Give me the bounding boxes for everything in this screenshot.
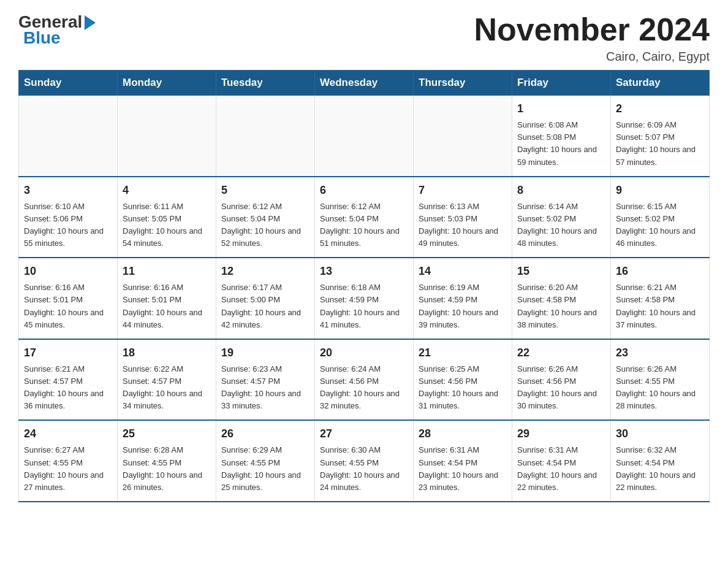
day-number: 28	[419, 426, 507, 442]
day-info: Sunrise: 6:15 AM Sunset: 5:02 PM Dayligh…	[616, 201, 704, 250]
page-header: General Blue November 2024 Cairo, Cairo,…	[18, 12, 710, 64]
calendar-cell: 2Sunrise: 6:09 AM Sunset: 5:07 PM Daylig…	[611, 96, 710, 177]
title-block: November 2024 Cairo, Cairo, Egypt	[474, 12, 710, 64]
calendar-cell: 13Sunrise: 6:18 AM Sunset: 4:59 PM Dayli…	[315, 258, 414, 339]
day-number: 27	[320, 426, 408, 442]
day-info: Sunrise: 6:23 AM Sunset: 4:57 PM Dayligh…	[221, 363, 309, 413]
calendar-cell: 23Sunrise: 6:26 AM Sunset: 4:55 PM Dayli…	[611, 339, 710, 421]
day-info: Sunrise: 6:14 AM Sunset: 5:02 PM Dayligh…	[517, 201, 605, 250]
calendar-cell	[216, 96, 315, 177]
day-number: 8	[517, 182, 605, 199]
calendar-cell: 10Sunrise: 6:16 AM Sunset: 5:01 PM Dayli…	[19, 258, 118, 339]
logo-arrow-icon	[85, 15, 96, 30]
calendar-week-row: 1Sunrise: 6:08 AM Sunset: 5:08 PM Daylig…	[19, 96, 710, 177]
day-number: 18	[123, 345, 211, 361]
weekday-header-wednesday: Wednesday	[315, 71, 414, 96]
calendar-cell: 9Sunrise: 6:15 AM Sunset: 5:02 PM Daylig…	[611, 177, 710, 258]
weekday-header-sunday: Sunday	[19, 71, 118, 96]
calendar-cell: 3Sunrise: 6:10 AM Sunset: 5:06 PM Daylig…	[19, 177, 118, 258]
day-number: 24	[24, 426, 112, 442]
day-info: Sunrise: 6:31 AM Sunset: 4:54 PM Dayligh…	[517, 444, 605, 494]
calendar-cell: 15Sunrise: 6:20 AM Sunset: 4:58 PM Dayli…	[512, 258, 611, 339]
logo: General Blue	[18, 12, 96, 48]
day-number: 22	[517, 345, 605, 361]
day-info: Sunrise: 6:16 AM Sunset: 5:01 PM Dayligh…	[24, 282, 112, 331]
day-number: 9	[616, 182, 704, 199]
calendar-cell: 26Sunrise: 6:29 AM Sunset: 4:55 PM Dayli…	[216, 420, 315, 502]
calendar-cell: 6Sunrise: 6:12 AM Sunset: 5:04 PM Daylig…	[315, 177, 414, 258]
calendar-cell: 25Sunrise: 6:28 AM Sunset: 4:55 PM Dayli…	[118, 420, 216, 502]
day-info: Sunrise: 6:12 AM Sunset: 5:04 PM Dayligh…	[320, 201, 408, 250]
day-info: Sunrise: 6:19 AM Sunset: 4:59 PM Dayligh…	[419, 282, 507, 331]
day-number: 7	[419, 182, 507, 199]
day-info: Sunrise: 6:11 AM Sunset: 5:05 PM Dayligh…	[123, 201, 211, 250]
day-info: Sunrise: 6:28 AM Sunset: 4:55 PM Dayligh…	[123, 444, 211, 494]
calendar-cell: 29Sunrise: 6:31 AM Sunset: 4:54 PM Dayli…	[512, 420, 611, 502]
day-info: Sunrise: 6:10 AM Sunset: 5:06 PM Dayligh…	[24, 201, 112, 250]
calendar-week-row: 10Sunrise: 6:16 AM Sunset: 5:01 PM Dayli…	[19, 258, 710, 339]
day-number: 23	[616, 345, 704, 361]
day-info: Sunrise: 6:22 AM Sunset: 4:57 PM Dayligh…	[123, 363, 211, 413]
weekday-header-monday: Monday	[118, 71, 216, 96]
calendar-cell: 24Sunrise: 6:27 AM Sunset: 4:55 PM Dayli…	[19, 420, 118, 502]
day-number: 13	[320, 263, 408, 280]
day-number: 14	[419, 263, 507, 280]
day-info: Sunrise: 6:21 AM Sunset: 4:57 PM Dayligh…	[24, 363, 112, 413]
day-info: Sunrise: 6:29 AM Sunset: 4:55 PM Dayligh…	[221, 444, 309, 494]
weekday-header-row: SundayMondayTuesdayWednesdayThursdayFrid…	[19, 71, 710, 96]
calendar-header: SundayMondayTuesdayWednesdayThursdayFrid…	[19, 71, 710, 96]
calendar-cell: 1Sunrise: 6:08 AM Sunset: 5:08 PM Daylig…	[512, 96, 611, 177]
day-number: 1	[517, 101, 605, 117]
calendar-cell: 30Sunrise: 6:32 AM Sunset: 4:54 PM Dayli…	[611, 420, 710, 502]
day-info: Sunrise: 6:18 AM Sunset: 4:59 PM Dayligh…	[320, 282, 408, 331]
weekday-header-saturday: Saturday	[611, 71, 710, 96]
day-number: 3	[24, 182, 112, 199]
calendar-cell: 27Sunrise: 6:30 AM Sunset: 4:55 PM Dayli…	[315, 420, 414, 502]
day-info: Sunrise: 6:27 AM Sunset: 4:55 PM Dayligh…	[24, 444, 112, 494]
day-number: 30	[616, 426, 704, 442]
calendar-cell: 20Sunrise: 6:24 AM Sunset: 4:56 PM Dayli…	[315, 339, 414, 421]
calendar-cell: 8Sunrise: 6:14 AM Sunset: 5:02 PM Daylig…	[512, 177, 611, 258]
calendar-cell: 11Sunrise: 6:16 AM Sunset: 5:01 PM Dayli…	[118, 258, 216, 339]
day-number: 26	[221, 426, 309, 442]
day-number: 25	[123, 426, 211, 442]
day-number: 15	[517, 263, 605, 280]
weekday-header-tuesday: Tuesday	[216, 71, 315, 96]
month-title: November 2024	[474, 12, 710, 47]
calendar-cell: 19Sunrise: 6:23 AM Sunset: 4:57 PM Dayli…	[216, 339, 315, 421]
day-number: 5	[221, 182, 309, 199]
day-info: Sunrise: 6:32 AM Sunset: 4:54 PM Dayligh…	[616, 444, 704, 494]
calendar-table: SundayMondayTuesdayWednesdayThursdayFrid…	[18, 70, 710, 502]
calendar-cell	[19, 96, 118, 177]
day-info: Sunrise: 6:16 AM Sunset: 5:01 PM Dayligh…	[123, 282, 211, 331]
calendar-cell: 18Sunrise: 6:22 AM Sunset: 4:57 PM Dayli…	[118, 339, 216, 421]
day-number: 16	[616, 263, 704, 280]
day-info: Sunrise: 6:31 AM Sunset: 4:54 PM Dayligh…	[419, 444, 507, 494]
calendar-week-row: 24Sunrise: 6:27 AM Sunset: 4:55 PM Dayli…	[19, 420, 710, 502]
day-number: 2	[616, 101, 704, 117]
day-info: Sunrise: 6:26 AM Sunset: 4:56 PM Dayligh…	[517, 363, 605, 413]
calendar-cell: 12Sunrise: 6:17 AM Sunset: 5:00 PM Dayli…	[216, 258, 315, 339]
calendar-cell	[315, 96, 414, 177]
weekday-header-thursday: Thursday	[414, 71, 512, 96]
calendar-cell: 7Sunrise: 6:13 AM Sunset: 5:03 PM Daylig…	[414, 177, 512, 258]
calendar-cell: 5Sunrise: 6:12 AM Sunset: 5:04 PM Daylig…	[216, 177, 315, 258]
day-info: Sunrise: 6:13 AM Sunset: 5:03 PM Dayligh…	[419, 201, 507, 250]
day-number: 17	[24, 345, 112, 361]
day-info: Sunrise: 6:17 AM Sunset: 5:00 PM Dayligh…	[221, 282, 309, 331]
calendar-cell: 28Sunrise: 6:31 AM Sunset: 4:54 PM Dayli…	[414, 420, 512, 502]
calendar-week-row: 17Sunrise: 6:21 AM Sunset: 4:57 PM Dayli…	[19, 339, 710, 421]
calendar-body: 1Sunrise: 6:08 AM Sunset: 5:08 PM Daylig…	[19, 96, 710, 502]
day-number: 20	[320, 345, 408, 361]
day-info: Sunrise: 6:20 AM Sunset: 4:58 PM Dayligh…	[517, 282, 605, 331]
calendar-cell: 16Sunrise: 6:21 AM Sunset: 4:58 PM Dayli…	[611, 258, 710, 339]
day-number: 11	[123, 263, 211, 280]
calendar-cell: 14Sunrise: 6:19 AM Sunset: 4:59 PM Dayli…	[414, 258, 512, 339]
day-number: 10	[24, 263, 112, 280]
calendar-cell	[414, 96, 512, 177]
logo-blue-text: Blue	[23, 28, 61, 48]
calendar-cell: 21Sunrise: 6:25 AM Sunset: 4:56 PM Dayli…	[414, 339, 512, 421]
calendar-cell	[118, 96, 216, 177]
day-number: 29	[517, 426, 605, 442]
day-info: Sunrise: 6:21 AM Sunset: 4:58 PM Dayligh…	[616, 282, 704, 331]
